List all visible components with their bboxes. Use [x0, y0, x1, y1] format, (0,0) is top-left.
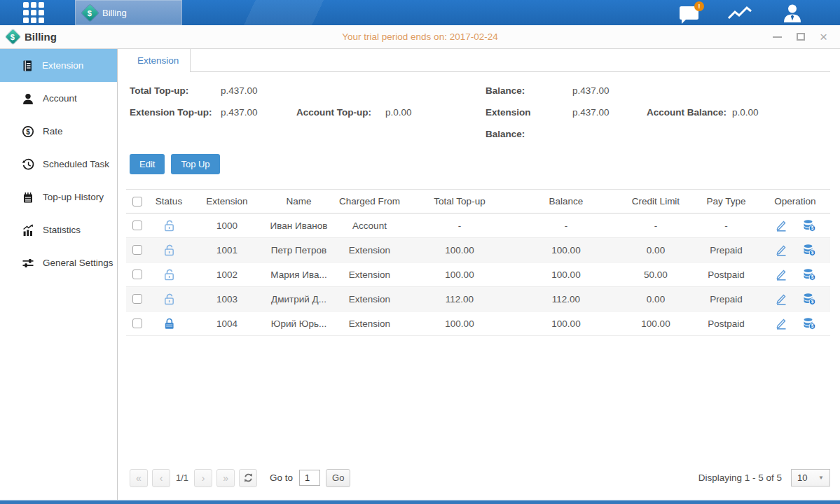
- extension-cell: 1001: [189, 245, 265, 255]
- first-page-button[interactable]: «: [130, 469, 148, 487]
- row-checkbox[interactable]: [132, 270, 142, 279]
- prev-page-button[interactable]: ‹: [152, 469, 170, 487]
- col-balance: Balance: [513, 196, 619, 206]
- status-cell[interactable]: [149, 317, 189, 330]
- svg-text:$: $: [811, 299, 813, 304]
- charged-from-cell: Extension: [333, 245, 406, 255]
- taskbar-tab-label: Billing: [102, 8, 127, 18]
- sidebar-item-account[interactable]: Account: [0, 82, 117, 115]
- sidebar-item-rate[interactable]: $ Rate: [0, 115, 117, 148]
- main-content: Extension Total Top-up: p.437.00 Balance…: [118, 49, 840, 500]
- credit-limit-cell: -: [619, 220, 692, 231]
- go-button[interactable]: Go: [326, 469, 350, 487]
- svg-text:$: $: [811, 225, 813, 231]
- maximize-button[interactable]: [797, 33, 805, 41]
- sidebar-item-label: General Settings: [43, 258, 113, 268]
- table-row: 1002 Мария Ива... Extension 100.00 100.0…: [126, 262, 830, 287]
- col-pay-type: Pay Type: [692, 196, 760, 206]
- status-cell[interactable]: [149, 244, 189, 257]
- total-topup-cell: 100.00: [406, 318, 513, 329]
- total-topup-cell: 100.00: [406, 270, 513, 280]
- billing-dollar-icon: $: [6, 29, 20, 44]
- credit-limit-cell: 0.00: [619, 294, 692, 304]
- page-size-select[interactable]: 10 ▼: [791, 469, 830, 486]
- next-page-button[interactable]: ›: [194, 469, 212, 487]
- pay-type-cell: Postpaid: [692, 270, 760, 280]
- desktop-taskbar-strip: [0, 500, 840, 504]
- edit-row-icon[interactable]: [775, 293, 787, 305]
- edit-row-icon[interactable]: [775, 219, 787, 232]
- credit-limit-cell: 0.00: [619, 245, 692, 255]
- col-name: Name: [265, 196, 333, 206]
- topup-row-icon[interactable]: $: [803, 317, 816, 330]
- next-page-icon: ›: [202, 472, 205, 484]
- credit-limit-cell: 100.00: [619, 318, 692, 329]
- page-size-value: 10: [797, 472, 807, 483]
- unlocked-icon: [163, 244, 175, 257]
- refresh-button[interactable]: [239, 469, 257, 487]
- total-topup-cell: 112.00: [406, 294, 513, 304]
- extension-balance-value: p.437.00: [572, 102, 647, 145]
- first-page-icon: «: [136, 472, 142, 484]
- status-cell[interactable]: [149, 293, 189, 306]
- balance-label: Balance:: [486, 80, 572, 102]
- chevron-down-icon: ▼: [818, 475, 824, 481]
- extension-cell: 1003: [189, 294, 265, 304]
- taskbar-tab-billing[interactable]: $ Billing: [75, 0, 182, 25]
- total-topup-value: p.437.00: [221, 80, 296, 102]
- topup-row-icon[interactable]: $: [803, 244, 816, 256]
- topup-row-icon[interactable]: $: [803, 219, 816, 232]
- status-cell[interactable]: [149, 268, 189, 281]
- goto-page-input[interactable]: [299, 470, 320, 486]
- page-indicator: 1/1: [176, 472, 188, 483]
- pay-type-cell: -: [692, 220, 760, 231]
- general-settings-sliders-icon: [22, 257, 34, 270]
- sidebar-item-statistics[interactable]: Statistics: [0, 214, 117, 246]
- minimize-button[interactable]: [773, 36, 782, 38]
- window-header: $ Billing Your trial period ends on: 201…: [0, 25, 840, 49]
- tab-extension[interactable]: Extension: [126, 49, 191, 72]
- notifications-button[interactable]: !: [680, 6, 698, 20]
- user-account-button[interactable]: [781, 4, 804, 22]
- line-chart-icon: [727, 4, 753, 22]
- refresh-icon: [243, 472, 254, 483]
- sidebar-item-extension[interactable]: Extension: [0, 49, 117, 82]
- maximize-icon: [797, 33, 805, 41]
- sidebar-item-general-settings[interactable]: General Settings: [0, 246, 117, 279]
- displaying-text: Displaying 1 - 5 of 5: [698, 472, 782, 483]
- topup-row-icon[interactable]: $: [803, 268, 816, 281]
- sidebar-item-topup-history[interactable]: Top-up History: [0, 181, 117, 214]
- edit-row-icon[interactable]: [775, 244, 787, 256]
- row-checkbox[interactable]: [132, 245, 142, 255]
- account-topup-label: Account Top-up:: [296, 102, 385, 145]
- row-checkbox[interactable]: [132, 220, 142, 230]
- sidebar-item-label: Rate: [43, 126, 63, 136]
- topup-row-icon[interactable]: $: [803, 293, 816, 305]
- status-cell[interactable]: [149, 219, 189, 232]
- table-row: 1004 Юрий Юрь... Extension 100.00 100.00…: [126, 312, 830, 336]
- select-all-checkbox[interactable]: [132, 197, 142, 206]
- row-checkbox[interactable]: [132, 318, 142, 328]
- close-button[interactable]: ×: [820, 32, 827, 42]
- notification-badge: !: [694, 1, 704, 11]
- edit-row-icon[interactable]: [775, 268, 787, 281]
- resource-monitor-button[interactable]: [727, 4, 753, 22]
- app-grid-icon[interactable]: [23, 2, 44, 23]
- col-operation: Operation: [760, 196, 830, 206]
- col-extension: Extension: [189, 196, 265, 206]
- edit-button[interactable]: Edit: [130, 154, 165, 174]
- last-page-icon: »: [223, 472, 228, 484]
- topup-button[interactable]: Top Up: [171, 154, 219, 174]
- billing-dollar-icon: $: [81, 4, 98, 21]
- row-checkbox[interactable]: [132, 294, 142, 304]
- edit-row-icon[interactable]: [775, 317, 787, 330]
- minimize-icon: [773, 36, 782, 38]
- sidebar-item-scheduled-task[interactable]: Scheduled Task: [0, 148, 117, 181]
- col-status: Status: [149, 196, 189, 206]
- account-topup-value: p.0.00: [385, 102, 486, 145]
- col-charged-from: Charged From: [333, 196, 406, 206]
- last-page-button[interactable]: »: [216, 469, 235, 487]
- locked-icon: [163, 317, 175, 330]
- svg-text:$: $: [811, 323, 813, 329]
- account-balance-label: Account Balance:: [647, 102, 732, 145]
